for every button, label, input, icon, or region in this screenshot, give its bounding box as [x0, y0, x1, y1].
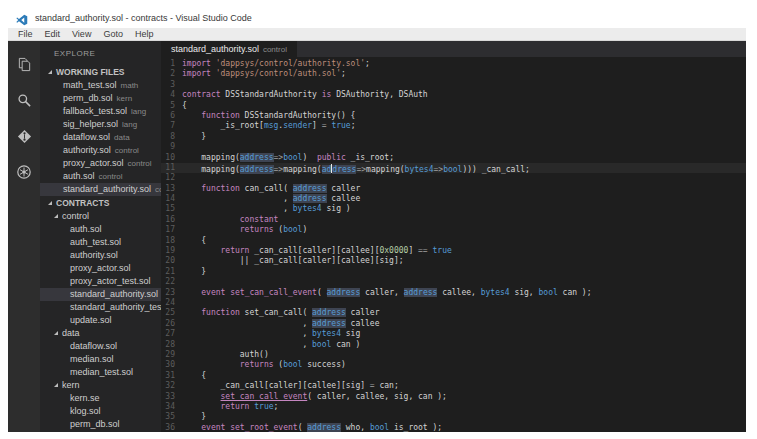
menu-item-goto[interactable]: Goto — [97, 29, 129, 39]
code-line-27[interactable]: 27 , bytes4 sig — [161, 329, 746, 339]
search-icon[interactable] — [8, 82, 40, 118]
code-line-29[interactable]: 29 auth() — [161, 350, 746, 360]
workbench: EXPLORE WORKING FILES math_test.solmathp… — [8, 41, 746, 432]
working-file-authority.sol[interactable]: authority.solcontrol — [40, 144, 161, 157]
line-number: 23 — [161, 288, 182, 298]
contracts-header[interactable]: CONTRACTS — [40, 196, 161, 210]
line-content: auth() — [182, 350, 269, 360]
code-line-31[interactable]: 31 { — [161, 371, 746, 381]
code-line-20[interactable]: 20 || _can_call[caller][callee][sig]; — [161, 256, 746, 266]
line-number: 26 — [161, 319, 182, 329]
explorer-icon[interactable] — [8, 46, 40, 82]
code-line-28[interactable]: 28 , bool can ) — [161, 340, 746, 350]
code-line-13[interactable]: 13 function can_call( address caller — [161, 184, 746, 194]
tree-file-update.sol[interactable]: update.sol — [40, 314, 161, 327]
code-line-4[interactable]: 4contract DSStandardAuthority is DSAutho… — [161, 90, 746, 100]
tree-file-standard_authority.sol[interactable]: standard_authority.sol — [40, 288, 161, 301]
code-line-35[interactable]: 35 } — [161, 412, 746, 422]
menu-item-file[interactable]: File — [12, 29, 39, 39]
code-line-16[interactable]: 16 constant — [161, 215, 746, 225]
tree-file-standard_authority_test.sol[interactable]: standard_authority_test.sol — [40, 301, 161, 314]
working-files-header[interactable]: WORKING FILES — [40, 65, 161, 79]
code-line-17[interactable]: 17 returns (bool) — [161, 225, 746, 235]
git-icon[interactable] — [8, 118, 40, 154]
code-line-6[interactable]: 6 function DSStandardAuthority() { — [161, 111, 746, 121]
menu-item-view[interactable]: View — [66, 29, 97, 39]
line-content: function can_call( address caller — [182, 184, 360, 194]
line-content: function DSStandardAuthority() { — [182, 111, 355, 121]
code-line-26[interactable]: 26 , address callee — [161, 319, 746, 329]
tree-file-auth.sol[interactable]: auth.sol — [40, 223, 161, 236]
code-line-25[interactable]: 25 function set_can_call( address caller — [161, 308, 746, 318]
chevron-expanded-icon — [54, 383, 58, 387]
code-line-3[interactable]: 3 — [161, 80, 746, 90]
code-line-30[interactable]: 30 returns (bool success) — [161, 360, 746, 370]
chevron-expanded-icon — [48, 201, 52, 205]
code-line-10[interactable]: 10 mapping(address=>bool) public _is_roo… — [161, 153, 746, 163]
folder-control[interactable]: control — [40, 210, 161, 223]
code-line-18[interactable]: 18 { — [161, 236, 746, 246]
line-content: returns (bool) — [182, 225, 307, 235]
code-line-34[interactable]: 34 return true; — [161, 402, 746, 412]
line-content: import 'dappsys/control/auth.sol'; — [182, 69, 346, 79]
code-line-23[interactable]: 23 event set_can_call_event( address cal… — [161, 288, 746, 298]
tab-standard-authority[interactable]: standard_authority.sol control — [161, 41, 297, 57]
line-content: function set_can_call( address caller — [182, 308, 379, 318]
code-line-36[interactable]: 36 event set_root_event( address who, bo… — [161, 423, 746, 432]
code-editor[interactable]: 1import 'dappsys/control/authority.sol';… — [161, 57, 746, 432]
code-line-1[interactable]: 1import 'dappsys/control/authority.sol'; — [161, 59, 746, 69]
tree-file-auth_test.sol[interactable]: auth_test.sol — [40, 236, 161, 249]
working-file-math_test.sol[interactable]: math_test.solmath — [40, 79, 161, 92]
line-number: 10 — [161, 153, 182, 163]
line-content: , address callee — [182, 319, 379, 329]
code-line-21[interactable]: 21 } — [161, 267, 746, 277]
file-folder-tag: lang — [122, 120, 137, 129]
folder-kern[interactable]: kern — [40, 379, 161, 392]
code-line-15[interactable]: 15 , bytes4 sig ) — [161, 204, 746, 214]
vscode-window: standard_authority.sol - contracts - Vis… — [8, 8, 746, 433]
code-line-12[interactable]: 12 — [161, 173, 746, 183]
tree-file-median.sol[interactable]: median.sol — [40, 353, 161, 366]
line-number: 1 — [161, 59, 182, 69]
tree-file-proxy_actor_test.sol[interactable]: proxy_actor_test.sol — [40, 275, 161, 288]
line-content: return _can_call[caller][callee][0x0000]… — [182, 246, 452, 256]
debug-icon[interactable] — [8, 154, 40, 190]
menu-item-edit[interactable]: Edit — [39, 29, 67, 39]
line-number: 16 — [161, 215, 182, 225]
line-content: mapping(address=>bool) public _is_root; — [182, 153, 394, 163]
code-line-19[interactable]: 19 return _can_call[caller][callee][0x00… — [161, 246, 746, 256]
tree-file-median_test.sol[interactable]: median_test.sol — [40, 366, 161, 379]
line-number: 18 — [161, 236, 182, 246]
code-line-7[interactable]: 7 _is_root[msg.sender] = true; — [161, 121, 746, 131]
working-file-fallback_test.sol[interactable]: fallback_test.sollang — [40, 105, 161, 118]
code-line-24[interactable]: 24 — [161, 298, 746, 308]
folder-data[interactable]: data — [40, 327, 161, 340]
menu-item-help[interactable]: Help — [129, 29, 160, 39]
working-file-standard_authority.sol[interactable]: standard_authority.solcontrol — [40, 183, 161, 196]
code-line-5[interactable]: 5{ — [161, 101, 746, 111]
tree-file-klog.sol[interactable]: klog.sol — [40, 405, 161, 418]
working-file-sig_helper.sol[interactable]: sig_helper.sollang — [40, 118, 161, 131]
working-file-auth.sol[interactable]: auth.solcontrol — [40, 170, 161, 183]
code-line-32[interactable]: 32 _can_call[caller][callee][sig] = can; — [161, 381, 746, 391]
line-content: return true; — [182, 402, 278, 412]
tree-file-perm_db.sol[interactable]: perm_db.sol — [40, 418, 161, 431]
tree-file-proxy_actor.sol[interactable]: proxy_actor.sol — [40, 262, 161, 275]
tree-file-dataflow.sol[interactable]: dataflow.sol — [40, 340, 161, 353]
code-line-2[interactable]: 2import 'dappsys/control/auth.sol'; — [161, 69, 746, 79]
code-line-9[interactable]: 9 — [161, 142, 746, 152]
tree-file-authority.sol[interactable]: authority.sol — [40, 249, 161, 262]
code-line-33[interactable]: 33 set_can_call_event( caller, callee, s… — [161, 392, 746, 402]
chevron-expanded-icon — [48, 70, 52, 74]
code-line-11[interactable]: 11 mapping(address=>mapping(address=>map… — [161, 163, 746, 173]
line-content: || _can_call[caller][callee][sig]; — [182, 256, 404, 266]
code-line-22[interactable]: 22 — [161, 277, 746, 287]
file-name: fallback_test.sol — [63, 106, 127, 116]
code-line-14[interactable]: 14 , address callee — [161, 194, 746, 204]
working-file-dataflow.sol[interactable]: dataflow.soldata — [40, 131, 161, 144]
working-file-proxy_actor.sol[interactable]: proxy_actor.solcontrol — [40, 157, 161, 170]
working-file-perm_db.sol[interactable]: perm_db.solkern — [40, 92, 161, 105]
line-number: 19 — [161, 246, 182, 256]
code-line-8[interactable]: 8 } — [161, 132, 746, 142]
tree-file-kern.se[interactable]: kern.se — [40, 392, 161, 405]
